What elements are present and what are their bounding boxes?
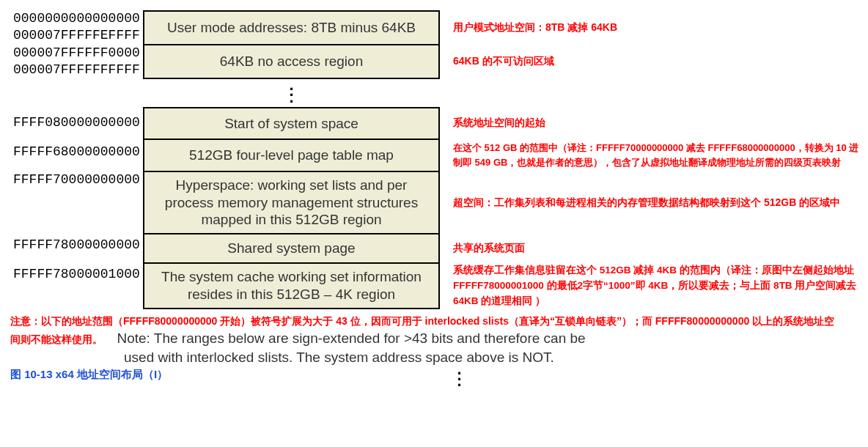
figure-caption: 图 10-13 x64 地址空间布局（I） xyxy=(0,366,178,383)
footer-english-line1: Note: The ranges below are sign-extended… xyxy=(117,330,585,346)
region-row: 000007FFFFFF0000 000007FFFFFFFFFF 64KB n… xyxy=(0,45,868,79)
region-note: 系统地址空间的起始 xyxy=(440,107,868,139)
address-range: FFFFF78000001000 xyxy=(0,263,143,309)
region-label: 64KB no access region xyxy=(143,45,440,79)
region-row: 0000000000000000 000007FFFFFEFFFF User m… xyxy=(0,10,868,45)
address-start: 0000000000000000 xyxy=(13,10,143,27)
region-note: 共享的系统页面 xyxy=(440,234,868,263)
address-range: 000007FFFFFF0000 000007FFFFFFFFFF xyxy=(0,45,143,79)
footer-red-line1: 注意：以下的地址范围（FFFFF80000000000 开始）被符号扩展为大于 … xyxy=(10,315,834,327)
address-start: FFFFF78000001000 xyxy=(13,266,143,283)
region-row: FFFFF70000000000 Hyperspace: working set… xyxy=(0,171,868,234)
region-row: FFFFF68000000000 512GB four-level page t… xyxy=(0,139,868,171)
region-label: 512GB four-level page table map xyxy=(143,139,440,171)
region-label: The system cache working set information… xyxy=(143,263,440,309)
region-note: 用户模式地址空间：8TB 减掉 64KB xyxy=(440,10,868,45)
address-start: FFFFF70000000000 xyxy=(13,171,143,188)
address-range: FFFFF68000000000 xyxy=(0,139,143,171)
region-label: Shared system page xyxy=(143,234,440,263)
region-label: Hyperspace: working set lists and per pr… xyxy=(143,171,440,234)
address-range: FFFFF78000000000 xyxy=(0,234,143,263)
region-row: FFFFF78000001000 The system cache workin… xyxy=(0,263,868,309)
footer-english-line2: used with interlocked slists. The system… xyxy=(124,348,554,367)
ellipsis-icon: ... xyxy=(143,79,440,107)
footer-red-line2: 间则不能这样使用。 xyxy=(10,333,103,345)
region-note: 超空间：工作集列表和每进程相关的内存管理数据结构都映射到这个 512GB 的区域… xyxy=(440,171,868,234)
region-note: 64KB 的不可访问区域 xyxy=(440,45,868,79)
memory-map-group-2: FFFF080000000000 Start of system space 系… xyxy=(0,107,868,309)
region-label: Start of system space xyxy=(143,107,440,139)
address-start: FFFF080000000000 xyxy=(13,114,143,131)
address-range: 0000000000000000 000007FFFFFEFFFF xyxy=(0,10,143,45)
address-start: FFFFF78000000000 xyxy=(13,237,143,254)
region-row: FFFFF78000000000 Shared system page 共享的系… xyxy=(0,234,868,263)
memory-map-group-1: 0000000000000000 000007FFFFFEFFFF User m… xyxy=(0,10,868,79)
address-range: FFFFF70000000000 xyxy=(0,171,143,234)
address-end: 000007FFFFFEFFFF xyxy=(13,27,143,44)
region-label: User mode addresses: 8TB minus 64KB xyxy=(143,10,440,45)
footer-note: 注意：以下的地址范围（FFFFF80000000000 开始）被符号扩展为大于 … xyxy=(0,309,868,366)
region-row: FFFF080000000000 Start of system space 系… xyxy=(0,107,868,139)
ellipsis-icon: ... xyxy=(311,366,608,383)
address-start: 000007FFFFFF0000 xyxy=(13,45,143,62)
address-start: FFFFF68000000000 xyxy=(13,144,143,160)
address-range: FFFF080000000000 xyxy=(0,107,143,139)
region-note: 系统缓存工作集信息驻留在这个 512GB 减掉 4KB 的范围内（译注：原图中左… xyxy=(440,263,868,309)
region-note: 在这个 512 GB 的范围中（译注：FFFFF70000000000 减去 F… xyxy=(440,139,868,171)
address-end: 000007FFFFFFFFFF xyxy=(13,62,143,78)
